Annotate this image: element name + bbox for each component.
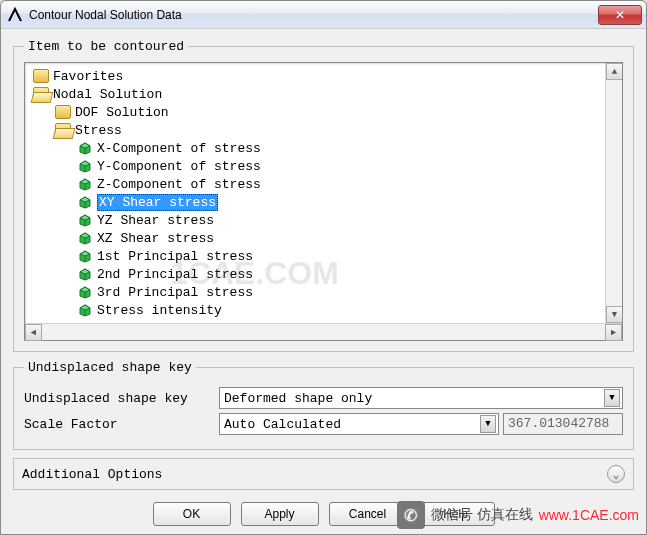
item-to-contour-group: Item to be contoured Favorites Nodal Sol… [13,39,634,352]
tree-item-1st-principal[interactable]: 1st Principal stress [27,247,620,265]
shape-group-legend: Undisplaced shape key [24,360,196,375]
tree-view[interactable]: Favorites Nodal Solution DOF Solution St… [25,63,622,323]
scale-factor-value: 367.013042788 [503,413,623,435]
tree-item-2nd-principal[interactable]: 2nd Principal stress [27,265,620,283]
folder-open-icon [55,123,71,137]
folder-open-icon [33,87,49,101]
scale-factor-row: Scale Factor Auto Calculated ▼ 367.01304… [24,413,623,435]
ok-button[interactable]: OK [153,502,231,526]
cube-icon [77,285,93,299]
tree-item-yz-shear[interactable]: YZ Shear stress [27,211,620,229]
button-row: OK Apply Cancel Help [13,496,634,530]
tree-node-favorites[interactable]: Favorites [27,67,620,85]
scroll-left-icon[interactable]: ◄ [25,324,42,341]
help-button[interactable]: Help [417,502,495,526]
tree-item-3rd-principal[interactable]: 3rd Principal stress [27,283,620,301]
cube-icon [77,177,93,191]
scale-factor-dropdown[interactable]: Auto Calculated ▼ [219,413,499,435]
cancel-button[interactable]: Cancel [329,502,407,526]
tree-node-nodal-solution[interactable]: Nodal Solution [27,85,620,103]
tree-item-xy-shear[interactable]: XY Shear stress [27,193,620,211]
chevron-down-icon[interactable]: ▼ [480,415,496,433]
tree-node-stress[interactable]: Stress [27,121,620,139]
chevron-down-icon[interactable]: ▼ [604,389,620,407]
cube-icon [77,303,93,317]
tree-item-z-component[interactable]: Z-Component of stress [27,175,620,193]
additional-options-bar[interactable]: Additional Options ⌄ [13,458,634,490]
folder-icon [33,69,49,83]
horizontal-scrollbar[interactable]: ◄ ► [25,323,622,340]
vertical-scrollbar[interactable]: ▲ ▼ [605,63,622,323]
tree-node-dof-solution[interactable]: DOF Solution [27,103,620,121]
shape-key-row: Undisplaced shape key Deformed shape onl… [24,387,623,409]
folder-icon [55,105,71,119]
tree-item-stress-intensity[interactable]: Stress intensity [27,301,620,319]
cube-icon [77,231,93,245]
scroll-right-icon[interactable]: ► [605,324,622,341]
tree-container: Favorites Nodal Solution DOF Solution St… [24,62,623,341]
dialog-body: Item to be contoured Favorites Nodal Sol… [1,29,646,534]
cube-icon [77,267,93,281]
cube-icon [77,159,93,173]
group-legend: Item to be contoured [24,39,188,54]
tree-item-y-component[interactable]: Y-Component of stress [27,157,620,175]
titlebar[interactable]: Contour Nodal Solution Data ✕ [1,1,646,29]
scale-factor-label: Scale Factor [24,417,219,432]
additional-options-label: Additional Options [22,467,162,482]
cube-icon [77,213,93,227]
cube-icon [77,141,93,155]
app-icon [7,7,23,23]
window-title: Contour Nodal Solution Data [29,8,598,22]
expand-icon[interactable]: ⌄ [607,465,625,483]
shape-key-label: Undisplaced shape key [24,391,219,406]
tree-item-x-component[interactable]: X-Component of stress [27,139,620,157]
close-button[interactable]: ✕ [598,5,642,25]
cube-icon [77,249,93,263]
cube-icon [77,195,93,209]
dialog-window: Contour Nodal Solution Data ✕ Item to be… [0,0,647,535]
scroll-down-icon[interactable]: ▼ [606,306,622,323]
tree-item-xz-shear[interactable]: XZ Shear stress [27,229,620,247]
undisplaced-shape-group: Undisplaced shape key Undisplaced shape … [13,360,634,450]
shape-key-dropdown[interactable]: Deformed shape only ▼ [219,387,623,409]
apply-button[interactable]: Apply [241,502,319,526]
scroll-up-icon[interactable]: ▲ [606,63,622,80]
